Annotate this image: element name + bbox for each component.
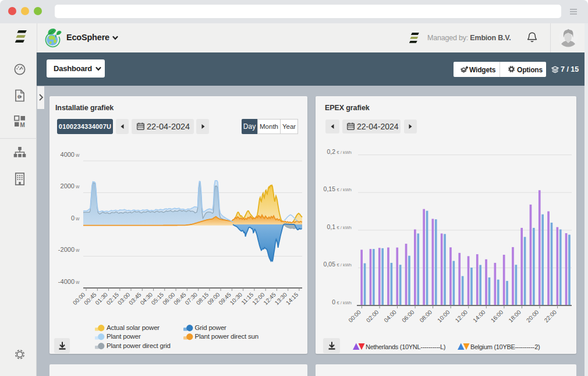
svg-text:16:00: 16:00 (490, 308, 505, 324)
svg-text:€ / kWh: € / kWh (337, 225, 352, 230)
svg-text:M: M (20, 122, 25, 128)
svg-text:0: 0 (71, 215, 75, 222)
svg-text:18:00: 18:00 (507, 308, 522, 324)
svg-text:€ / kWh: € / kWh (337, 150, 352, 155)
svg-text:00:00: 00:00 (347, 308, 362, 324)
svg-text:10:30: 10:30 (229, 291, 244, 306)
svg-text:12:00: 12:00 (454, 308, 469, 324)
svg-text:w: w (75, 216, 80, 222)
svg-text:-2000: -2000 (58, 246, 75, 253)
svg-text:w: w (75, 247, 80, 253)
svg-text:20:00: 20:00 (525, 308, 540, 324)
svg-text:€ / kWh: € / kWh (337, 187, 352, 192)
svg-text:w: w (75, 184, 80, 189)
svg-text:0: 0 (332, 298, 335, 305)
svg-text:0,05: 0,05 (324, 261, 336, 268)
svg-text:22:00: 22:00 (543, 308, 558, 324)
svg-text:06:00: 06:00 (401, 308, 416, 324)
svg-text:-4000: -4000 (58, 278, 75, 285)
svg-text:10:00: 10:00 (436, 308, 451, 324)
svg-text:w: w (75, 279, 80, 285)
svg-text:2000: 2000 (61, 182, 75, 189)
svg-text:4000: 4000 (61, 151, 75, 158)
svg-text:14:15: 14:15 (285, 291, 300, 306)
svg-text:€ / kWh: € / kWh (337, 300, 352, 305)
svg-text:04:00: 04:00 (382, 308, 398, 324)
svg-text:w: w (75, 152, 80, 158)
svg-text:0,15: 0,15 (324, 185, 336, 192)
svg-text:€ / kWh: € / kWh (337, 262, 352, 268)
svg-text:0,1: 0,1 (327, 223, 335, 230)
svg-text:02:00: 02:00 (365, 308, 380, 324)
svg-text:08:00: 08:00 (419, 308, 434, 324)
svg-text:14:00: 14:00 (472, 308, 487, 324)
svg-text:0,2: 0,2 (327, 148, 335, 155)
